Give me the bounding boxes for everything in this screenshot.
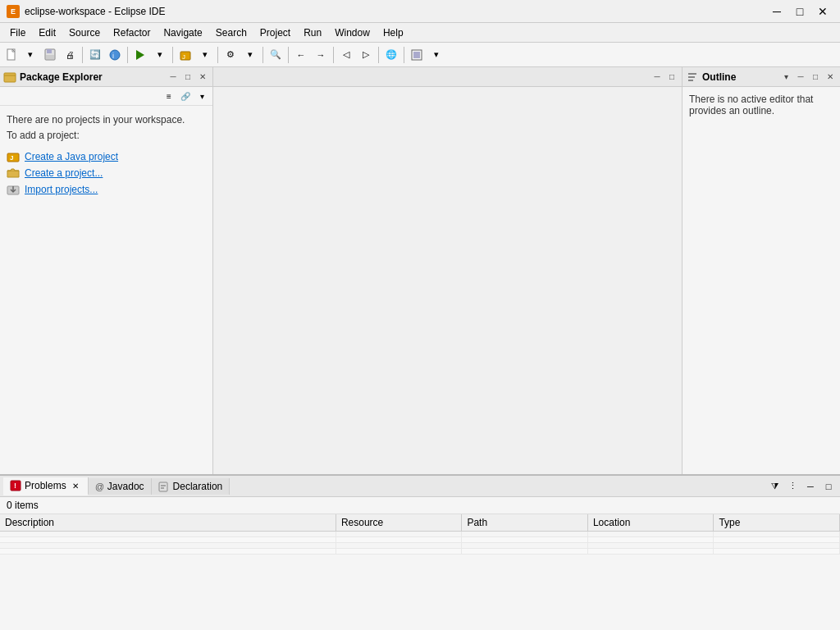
package-explorer-panel: Package Explorer ─ □ ✕ ≡ 🔗 ▾ There are n… <box>0 67 213 474</box>
toolbar-new-java-button[interactable]: J <box>176 46 194 64</box>
menu-project[interactable]: Project <box>253 25 297 40</box>
toolbar-run-dropdown[interactable]: ▾ <box>151 46 169 64</box>
title-bar: E eclipse-workspace - Eclipse IDE ─ □ ✕ <box>0 0 840 23</box>
svg-rect-23 <box>159 482 167 491</box>
bottom-content: 0 items Description Resource Path Locati… <box>0 497 840 630</box>
bottom-area: ! Problems ✕ @ Javadoc Declaration <box>0 474 840 630</box>
menu-edit[interactable]: Edit <box>32 25 62 40</box>
toolbar-new-button[interactable] <box>3 46 21 64</box>
window-controls: ─ □ ✕ <box>766 3 833 20</box>
outline-header: Outline ▾ ─ □ ✕ <box>682 67 840 87</box>
col-header-location[interactable]: Location <box>587 514 714 532</box>
create-project-link[interactable]: Create a project... <box>7 167 206 180</box>
package-explorer-minimize[interactable]: ─ <box>167 71 180 84</box>
col-header-type[interactable]: Type <box>714 514 840 532</box>
table-row <box>0 549 840 555</box>
toolbar-forward-button[interactable]: → <box>312 46 330 64</box>
toolbar-perspective-dropdown[interactable]: ▾ <box>427 46 445 64</box>
close-button[interactable]: ✕ <box>812 3 833 20</box>
table-row <box>0 537 840 543</box>
editor-maximize[interactable]: □ <box>665 71 678 84</box>
create-java-project-link[interactable]: J Create a Java project <box>7 150 206 163</box>
package-explorer-title: Package Explorer <box>20 71 103 83</box>
svg-rect-5 <box>46 55 54 59</box>
outline-panel: Outline ▾ ─ □ ✕ There is no active edito… <box>682 67 840 474</box>
toolbar-back-button[interactable]: ← <box>292 46 310 64</box>
toolbar-search-button[interactable]: 🔍 <box>267 46 285 64</box>
explorer-link-editor[interactable]: 🔗 <box>178 89 193 103</box>
editor-minimize[interactable]: ─ <box>651 71 664 84</box>
outline-view-menu[interactable]: ▾ <box>779 71 792 84</box>
svg-text:i: i <box>112 52 114 60</box>
bottom-minimize[interactable]: ─ <box>802 478 819 495</box>
svg-text:!: ! <box>14 482 16 490</box>
col-header-description[interactable]: Description <box>0 514 336 532</box>
toolbar-debug-config-button[interactable]: i <box>106 46 124 64</box>
toolbar-build-button[interactable]: ⚙ <box>221 46 240 64</box>
menu-search[interactable]: Search <box>209 25 253 40</box>
menu-navigate[interactable]: Navigate <box>157 25 208 40</box>
toolbar-print-button[interactable]: 🖨 <box>61 46 79 64</box>
folder-icon <box>7 167 20 180</box>
maximize-button[interactable]: □ <box>789 3 810 20</box>
outline-icon <box>686 71 699 84</box>
problems-table: Description Resource Path Location Type <box>0 514 840 555</box>
toolbar-navigate-back[interactable]: ◁ <box>337 46 355 64</box>
toolbar-new-java-dropdown[interactable]: ▾ <box>196 46 214 64</box>
minimize-button[interactable]: ─ <box>766 3 788 20</box>
editor-body <box>213 87 682 474</box>
no-projects-message: There are no projects in your workspace.… <box>7 112 206 144</box>
col-header-path[interactable]: Path <box>462 514 588 532</box>
outline-close[interactable]: ✕ <box>824 71 837 84</box>
bottom-filter-button[interactable]: ⧩ <box>766 478 783 495</box>
menu-window[interactable]: Window <box>328 25 377 40</box>
svg-rect-4 <box>47 49 52 53</box>
outline-minimize[interactable]: ─ <box>794 71 807 84</box>
main-layout: Package Explorer ─ □ ✕ ≡ 🔗 ▾ There are n… <box>0 67 840 630</box>
toolbar: ▾ 🖨 🔄 i ▾ J ▾ ⚙ ▾ 🔍 ← → ◁ ▷ 🌐 ▾ <box>0 43 840 67</box>
toolbar-build-dropdown[interactable]: ▾ <box>241 46 259 64</box>
menu-bar: File Edit Source Refactor Navigate Searc… <box>0 23 840 43</box>
explorer-view-menu[interactable]: ▾ <box>194 89 209 103</box>
javadoc-tab-icon: @ <box>95 482 104 491</box>
col-header-resource[interactable]: Resource <box>336 514 462 532</box>
table-row <box>0 532 840 537</box>
import-projects-link[interactable]: Import projects... <box>7 183 206 196</box>
explorer-collapse-all[interactable]: ≡ <box>162 89 176 103</box>
package-explorer-close[interactable]: ✕ <box>196 71 209 84</box>
java-project-icon: J <box>7 150 20 163</box>
menu-source[interactable]: Source <box>62 25 107 40</box>
menu-help[interactable]: Help <box>377 25 410 40</box>
problems-tab-close[interactable]: ✕ <box>70 480 81 491</box>
toolbar-navigate-forward[interactable]: ▷ <box>357 46 375 64</box>
toolbar-refresh-button[interactable]: 🔄 <box>86 46 104 64</box>
tab-declaration[interactable]: Declaration <box>152 478 231 495</box>
toolbar-run-button[interactable] <box>131 46 149 64</box>
svg-rect-13 <box>4 73 16 82</box>
editor-area: ─ □ <box>213 67 682 474</box>
toolbar-open-perspective[interactable] <box>408 46 426 64</box>
declaration-tab-icon <box>158 481 170 492</box>
toolbar-new-dropdown[interactable]: ▾ <box>21 46 39 64</box>
package-explorer-header: Package Explorer ─ □ ✕ <box>0 67 212 87</box>
tab-problems[interactable]: ! Problems ✕ <box>3 477 89 495</box>
toolbar-save-button[interactable] <box>41 46 59 64</box>
items-count: 0 items <box>0 497 840 514</box>
bottom-tabs: ! Problems ✕ @ Javadoc Declaration <box>0 476 840 497</box>
table-row <box>0 543 840 549</box>
package-explorer-maximize[interactable]: □ <box>181 71 194 84</box>
bottom-maximize[interactable]: □ <box>820 478 837 495</box>
menu-file[interactable]: File <box>3 25 32 40</box>
svg-rect-12 <box>413 52 420 58</box>
svg-text:J: J <box>182 53 185 61</box>
toolbar-external-browser[interactable]: 🌐 <box>382 46 400 64</box>
window-title: eclipse-workspace - Eclipse IDE <box>25 6 165 17</box>
tab-javadoc[interactable]: @ Javadoc <box>89 478 152 495</box>
bottom-view-menu[interactable]: ⋮ <box>784 478 801 495</box>
svg-marker-8 <box>136 50 144 60</box>
menu-refactor[interactable]: Refactor <box>107 25 157 40</box>
editor-header: ─ □ <box>213 67 682 87</box>
menu-run[interactable]: Run <box>297 25 328 40</box>
outline-maximize[interactable]: □ <box>809 71 822 84</box>
svg-point-6 <box>110 50 120 60</box>
